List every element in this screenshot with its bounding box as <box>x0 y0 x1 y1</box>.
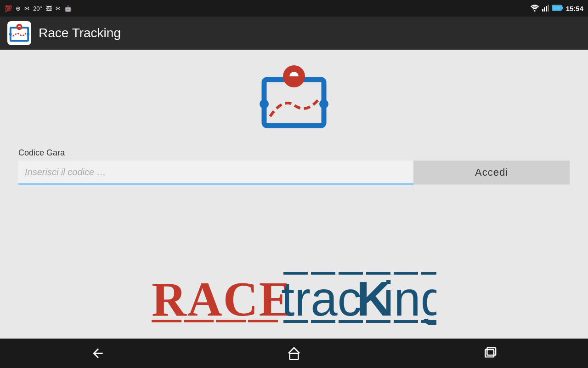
svg-point-9 <box>9 33 12 36</box>
logo-icon-container <box>257 63 331 134</box>
app-icon <box>7 21 31 45</box>
home-button[interactable] <box>276 342 312 365</box>
svg-rect-4 <box>548 5 549 12</box>
nav-bar <box>0 339 588 368</box>
svg-rect-38 <box>290 353 299 359</box>
temperature-icon: 20° <box>33 5 42 12</box>
recents-button[interactable] <box>472 342 509 365</box>
svg-rect-1 <box>542 9 543 12</box>
code-input[interactable] <box>18 161 413 184</box>
brand-logo: RACE trac K ing <box>152 270 436 325</box>
main-content: Codice Gara Accedi RACE trac K ing <box>0 50 588 339</box>
photo-icon: 🖼 <box>46 5 52 12</box>
form-row: Accedi <box>18 161 570 184</box>
svg-text:RACE: RACE <box>152 272 292 325</box>
battery-full-icon: 💯 <box>5 5 12 12</box>
svg-rect-7 <box>553 6 561 9</box>
svg-rect-2 <box>544 7 545 12</box>
svg-point-15 <box>319 99 328 109</box>
robot-icon: 🤖 <box>64 5 72 12</box>
email-icon: ✉ <box>24 5 29 12</box>
back-button[interactable] <box>79 342 116 365</box>
status-bar: 💯 ⊕ ✉ 20° 🖼 ✉ 🤖 <box>0 0 588 17</box>
form-label: Codice Gara <box>18 148 570 158</box>
svg-text:trac: trac <box>281 272 362 325</box>
svg-rect-6 <box>561 6 563 9</box>
signal-icon <box>542 4 549 13</box>
time-display: 15:54 <box>566 5 583 12</box>
svg-point-10 <box>27 33 29 36</box>
battery-icon <box>552 5 563 12</box>
wifi-icon <box>530 4 539 13</box>
svg-text:ing: ing <box>383 272 436 325</box>
svg-point-0 <box>534 10 535 12</box>
app-bar: Race Tracking <box>0 17 588 50</box>
app-title: Race Tracking <box>39 26 121 40</box>
location-icon: ⊕ <box>16 5 21 12</box>
svg-rect-3 <box>546 6 547 12</box>
accedi-button[interactable]: Accedi <box>413 161 570 184</box>
status-bar-left: 💯 ⊕ ✉ 20° 🖼 ✉ 🤖 <box>5 5 72 12</box>
status-bar-right: 15:54 <box>530 4 583 13</box>
form-section: Codice Gara Accedi <box>18 148 570 184</box>
email2-icon: ✉ <box>56 5 61 12</box>
svg-point-14 <box>260 99 269 109</box>
